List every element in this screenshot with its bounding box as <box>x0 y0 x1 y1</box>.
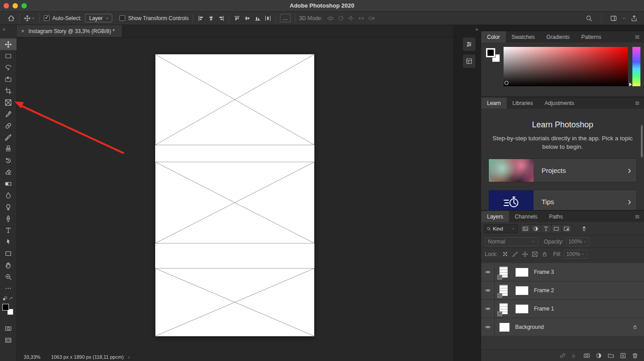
tab-channels[interactable]: Channels <box>509 211 543 222</box>
frame-content-thumbnail[interactable] <box>499 285 508 296</box>
canvas-area[interactable] <box>17 38 453 353</box>
collapsed-panel-artboards[interactable] <box>463 55 475 68</box>
hand-tool[interactable] <box>0 259 17 271</box>
current-tool-icon[interactable] <box>24 15 31 22</box>
status-options-chevron[interactable]: › <box>128 354 130 360</box>
lock-transparency-icon[interactable] <box>502 251 508 257</box>
panel-menu-icon[interactable] <box>634 34 640 40</box>
quick-mask-button[interactable] <box>0 323 17 334</box>
panel-menu-icon[interactable] <box>634 214 640 220</box>
zoom-level[interactable]: 33,33% <box>24 354 40 360</box>
frame-thumbnail[interactable] <box>515 268 529 277</box>
frame-thumbnail[interactable] <box>515 304 529 314</box>
frame-placeholder-2[interactable] <box>155 162 314 243</box>
hue-slider-marker[interactable] <box>629 83 632 86</box>
lock-pixels-icon[interactable] <box>512 251 518 257</box>
saturation-brightness-field[interactable] <box>504 47 628 86</box>
tab-layers[interactable]: Layers <box>481 211 509 222</box>
layer-visibility-toggle[interactable] <box>481 318 495 336</box>
pen-tool[interactable] <box>0 213 17 224</box>
learn-scrollbar[interactable] <box>641 125 643 157</box>
new-group-icon[interactable] <box>607 352 614 359</box>
collapsed-panel-properties[interactable] <box>463 38 475 51</box>
brush-tool[interactable] <box>0 131 17 143</box>
expand-panels-chevron[interactable]: « <box>475 26 478 32</box>
layer-name[interactable]: Frame 3 <box>534 269 554 275</box>
tab-patterns[interactable]: Patterns <box>576 31 607 42</box>
tab-paths[interactable]: Paths <box>543 211 569 222</box>
layer-visibility-toggle[interactable] <box>481 300 495 318</box>
lasso-tool[interactable] <box>0 62 17 73</box>
move-tool[interactable] <box>0 38 17 50</box>
opacity-field[interactable]: 100% <box>566 237 589 246</box>
frame-placeholder-1[interactable] <box>155 54 314 145</box>
align-left-icon[interactable] <box>197 15 204 22</box>
hue-slider[interactable] <box>632 47 640 86</box>
screen-mode-button[interactable] <box>0 334 17 346</box>
swap-colors-icon[interactable] <box>8 296 14 301</box>
edit-toolbar-button[interactable] <box>0 282 17 294</box>
share-icon[interactable] <box>631 15 638 22</box>
search-icon[interactable] <box>585 15 593 22</box>
filter-pixel-layers-button[interactable] <box>520 224 531 233</box>
fill-field[interactable]: 100% <box>564 250 587 259</box>
filter-shape-layers-button[interactable] <box>551 224 562 233</box>
frame-content-thumbnail[interactable] <box>499 266 508 278</box>
workspace-icon[interactable] <box>610 15 617 22</box>
filter-kind-dropdown[interactable]: Kind <box>484 224 518 233</box>
layer-filtering-toggle[interactable] <box>581 226 587 232</box>
lock-artboard-icon[interactable] <box>532 251 538 257</box>
workspace-chevron-icon[interactable] <box>622 16 626 21</box>
zoom-tool[interactable] <box>0 271 17 282</box>
frame-placeholder-3[interactable] <box>155 268 314 336</box>
close-document-icon[interactable]: × <box>21 28 25 34</box>
filter-type-layers-button[interactable] <box>541 224 551 233</box>
layer-visibility-toggle[interactable] <box>481 281 495 299</box>
eraser-tool[interactable] <box>0 166 17 178</box>
foreground-color-swatch[interactable] <box>2 304 9 311</box>
gradient-tool[interactable] <box>0 178 17 189</box>
rectangular-marquee-tool[interactable] <box>0 50 17 62</box>
tab-learn[interactable]: Learn <box>481 97 507 109</box>
history-brush-tool[interactable] <box>0 155 17 166</box>
crop-tool[interactable] <box>0 85 17 97</box>
layer-name[interactable]: Frame 1 <box>534 306 554 312</box>
layer-visibility-toggle[interactable] <box>481 263 495 281</box>
lock-all-icon[interactable] <box>542 251 548 257</box>
align-center-horizontal-icon[interactable] <box>208 15 215 22</box>
filter-adjustment-layers-button[interactable] <box>530 224 541 233</box>
default-colors-icon[interactable] <box>2 296 8 301</box>
rectangle-tool[interactable] <box>0 248 17 259</box>
tab-swatches[interactable]: Swatches <box>506 31 541 42</box>
layer-row-background[interactable]: Background <box>481 318 644 336</box>
color-field-marker[interactable] <box>504 81 508 85</box>
layer-row-frame-2[interactable]: Frame 2 <box>481 281 644 300</box>
spot-healing-brush-tool[interactable] <box>0 120 17 131</box>
fullscreen-window-button[interactable] <box>21 3 27 8</box>
frame-tool[interactable] <box>0 97 17 108</box>
dodge-tool[interactable] <box>0 201 17 213</box>
close-window-button[interactable] <box>4 3 9 8</box>
link-layers-icon[interactable] <box>559 352 566 359</box>
frame-thumbnail[interactable] <box>515 286 529 295</box>
clone-stamp-tool[interactable] <box>0 143 17 155</box>
lock-position-icon[interactable] <box>522 251 528 257</box>
blur-tool[interactable] <box>0 189 17 201</box>
learn-card-projects[interactable]: Projects › <box>488 159 637 182</box>
toolbar-expand-chevron[interactable]: » <box>0 25 16 33</box>
show-transform-checkbox[interactable] <box>119 15 125 21</box>
align-right-icon[interactable] <box>218 15 225 22</box>
distribute-horizontal-icon[interactable] <box>264 15 271 22</box>
path-selection-tool[interactable] <box>0 236 17 248</box>
add-mask-icon[interactable] <box>583 352 590 359</box>
layer-name[interactable]: Background <box>515 324 544 330</box>
document-tab[interactable]: × Instagram Story @ 33,3% (RGB/8) * <box>17 25 123 37</box>
background-thumbnail[interactable] <box>499 323 510 332</box>
home-icon[interactable] <box>7 14 15 22</box>
object-selection-tool[interactable] <box>0 73 17 85</box>
align-top-icon[interactable] <box>233 15 241 22</box>
eyedropper-tool[interactable] <box>0 108 17 120</box>
learn-card-tips[interactable]: Tips › <box>488 190 637 210</box>
panel-foreground-swatch[interactable] <box>486 48 496 58</box>
minimize-window-button[interactable] <box>13 3 18 8</box>
